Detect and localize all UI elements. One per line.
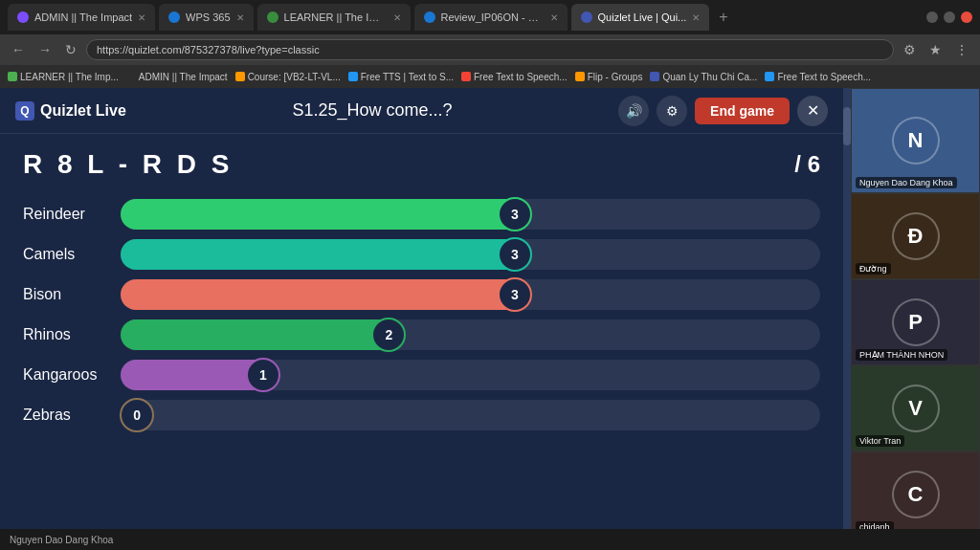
bookmark-label-tts3: Free Text to Speech... bbox=[777, 72, 871, 82]
video-avatar: V bbox=[892, 385, 940, 432]
bar-score: 0 bbox=[120, 398, 154, 432]
tab-learner[interactable]: LEARNER || The Impact... ✕ bbox=[257, 4, 411, 31]
url-bar[interactable]: https://quizlet.com/875327378/live?type=… bbox=[86, 39, 894, 60]
bookmark-icon-course bbox=[235, 72, 245, 81]
quizlet-logo-text: Quizlet Live bbox=[40, 102, 126, 120]
team-name: Camels bbox=[23, 246, 109, 263]
audio-button[interactable]: 🔊 bbox=[618, 96, 649, 126]
score-display: / 6 bbox=[794, 151, 820, 178]
quizlet-panel: Q Quizlet Live S1.25_How come...? 🔊 ⚙ En… bbox=[0, 88, 843, 529]
status-text: Nguyen Dao Dang Khoa bbox=[10, 535, 113, 545]
tab-icon-wps bbox=[168, 11, 180, 23]
bookmark-icon[interactable]: ★ bbox=[925, 40, 946, 59]
bar-score: 3 bbox=[498, 237, 532, 272]
tab-label-wps: WPS 365 bbox=[186, 11, 230, 23]
quizlet-controls: 🔊 ⚙ End game ✕ bbox=[618, 96, 828, 126]
quizlet-area: Q Quizlet Live S1.25_How come...? 🔊 ⚙ En… bbox=[0, 88, 851, 529]
team-name: Bison bbox=[23, 286, 109, 303]
video-feed: NNguyen Dao Dang Khoa bbox=[851, 88, 980, 193]
tab-close-review[interactable]: ✕ bbox=[550, 12, 558, 23]
team-row: Camels3 bbox=[23, 239, 820, 270]
bookmark-label-learner: LEARNER || The Imp... bbox=[20, 72, 119, 82]
settings-button[interactable]: ⚙ bbox=[657, 96, 687, 126]
scroll-thumb[interactable] bbox=[843, 107, 851, 145]
tab-review[interactable]: Review_IP06ON - Goo... ✕ bbox=[414, 4, 568, 31]
video-feed: Cchidanh bbox=[851, 451, 980, 529]
team-name: Zebras bbox=[23, 407, 109, 424]
bar-container: 3 bbox=[121, 239, 820, 270]
tab-close-admin[interactable]: ✕ bbox=[138, 12, 145, 23]
tab-wps[interactable]: WPS 365 ✕ bbox=[159, 4, 253, 31]
bookmark-icon-flip bbox=[575, 72, 585, 81]
end-game-button[interactable]: End game bbox=[695, 98, 790, 124]
bar-score: 3 bbox=[498, 277, 532, 312]
tab-icon-review bbox=[424, 11, 435, 23]
tab-icon-learner bbox=[267, 11, 278, 23]
team-name: Rhinos bbox=[23, 326, 109, 343]
quizlet-header: Q Quizlet Live S1.25_How come...? 🔊 ⚙ En… bbox=[0, 88, 843, 134]
bookmark-label-admin: ADMIN || The Impact bbox=[139, 72, 228, 82]
bookmark-icon-tts2 bbox=[461, 72, 471, 81]
bookmark-admin[interactable]: ADMIN || The Impact bbox=[126, 72, 228, 82]
bookmarks-bar: LEARNER || The Imp... ADMIN || The Impac… bbox=[0, 65, 980, 88]
browser-chrome: ADMIN || The Impact ✕ WPS 365 ✕ LEARNER … bbox=[0, 0, 980, 88]
video-avatar: Đ bbox=[892, 212, 940, 260]
video-feed: ĐĐường bbox=[851, 193, 980, 279]
bar-score: 2 bbox=[371, 318, 406, 352]
tab-close-wps[interactable]: ✕ bbox=[236, 12, 244, 23]
maximize-button[interactable] bbox=[944, 11, 955, 23]
bookmark-label-quan: Quan Ly Thu Chi Ca... bbox=[662, 72, 757, 82]
tab-quizlet[interactable]: Quizlet Live | Qui... ✕ bbox=[571, 4, 710, 31]
quizlet-logo: Q Quizlet Live bbox=[15, 101, 126, 121]
video-avatar: N bbox=[892, 117, 940, 165]
forward-button[interactable]: → bbox=[34, 40, 56, 59]
bar-fill: 2 bbox=[121, 319, 400, 350]
status-bar: Nguyen Dao Dang Khoa bbox=[0, 529, 980, 550]
more-icon[interactable]: ⋮ bbox=[951, 40, 972, 59]
bookmark-icon-admin bbox=[126, 72, 136, 81]
bookmark-tts2[interactable]: Free Text to Speech... bbox=[461, 72, 568, 82]
game-content: R 8 L - R D S / 6 Reindeer3Camels3Bison3… bbox=[0, 134, 843, 529]
tab-label-review: Review_IP06ON - Goo... bbox=[441, 11, 545, 23]
team-row: Bison3 bbox=[23, 279, 820, 310]
tab-admin[interactable]: ADMIN || The Impact ✕ bbox=[8, 4, 155, 31]
video-name: PHẠM THÀNH NHON bbox=[856, 349, 947, 361]
team-name: Kangaroos bbox=[23, 366, 109, 384]
team-row: Zebras0 bbox=[23, 400, 820, 430]
video-feed: PPHẠM THÀNH NHON bbox=[851, 279, 980, 365]
url-text: https://quizlet.com/875327378/live?type=… bbox=[97, 44, 320, 55]
team-code-row: R 8 L - R D S / 6 bbox=[23, 149, 820, 180]
video-avatar: C bbox=[892, 471, 940, 518]
bookmark-learner[interactable]: LEARNER || The Imp... bbox=[8, 72, 119, 82]
bar-container: 3 bbox=[121, 199, 820, 230]
tab-bar: ADMIN || The Impact ✕ WPS 365 ✕ LEARNER … bbox=[0, 0, 980, 34]
bookmark-label-flip: Flip - Groups bbox=[588, 72, 643, 82]
bar-fill: 0 bbox=[121, 400, 148, 430]
bookmark-flip[interactable]: Flip - Groups bbox=[575, 72, 643, 82]
close-quizlet-button[interactable]: ✕ bbox=[797, 96, 828, 126]
tab-close-quizlet[interactable]: ✕ bbox=[692, 12, 700, 23]
bookmark-tts1[interactable]: Free TTS | Text to S... bbox=[348, 72, 454, 82]
new-tab-button[interactable]: + bbox=[713, 9, 733, 26]
bookmark-icon-tts1 bbox=[348, 72, 358, 81]
tab-label-learner: LEARNER || The Impact... bbox=[284, 11, 388, 23]
bar-fill: 3 bbox=[121, 279, 526, 310]
refresh-button[interactable]: ↻ bbox=[61, 40, 80, 59]
bookmark-quan[interactable]: Quan Ly Thu Chi Ca... bbox=[650, 72, 757, 82]
bookmark-icon-quan bbox=[650, 72, 659, 81]
bookmark-course[interactable]: Course: [VB2-LT-VL... bbox=[235, 72, 341, 82]
tab-icon-quizlet bbox=[581, 11, 592, 23]
main-layout: Q Quizlet Live S1.25_How come...? 🔊 ⚙ En… bbox=[0, 88, 980, 529]
tab-close-learner[interactable]: ✕ bbox=[393, 12, 401, 23]
close-window-button[interactable] bbox=[961, 11, 972, 23]
settings-icon[interactable]: ⚙ bbox=[900, 40, 920, 59]
scroll-indicator[interactable] bbox=[843, 88, 851, 529]
minimize-button[interactable] bbox=[926, 11, 938, 23]
bookmark-tts3[interactable]: Free Text to Speech... bbox=[765, 72, 871, 82]
quizlet-title: S1.25_How come...? bbox=[126, 100, 618, 121]
team-row: Rhinos2 bbox=[23, 319, 820, 350]
bar-container: 2 bbox=[121, 319, 820, 350]
back-button[interactable]: ← bbox=[8, 40, 29, 59]
quizlet-logo-icon: Q bbox=[15, 101, 34, 121]
video-name: Đường bbox=[856, 263, 891, 275]
